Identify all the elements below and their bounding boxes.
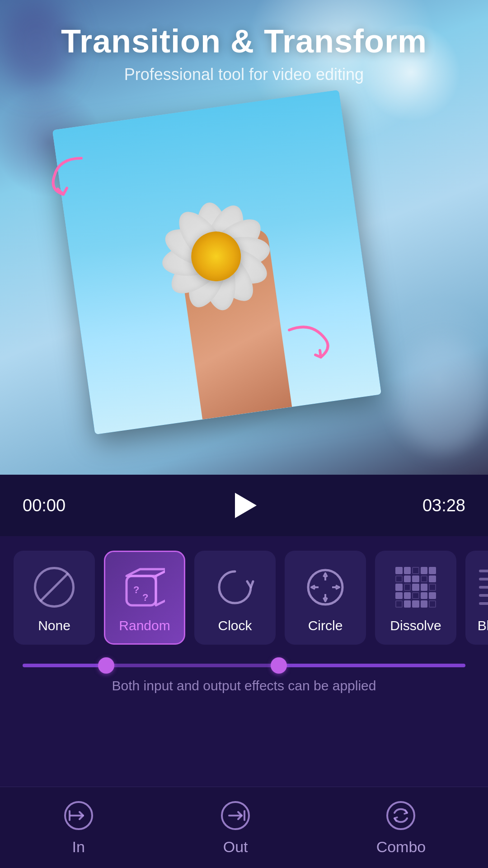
hero-section: Transition & Transform Professional tool… — [0, 0, 488, 475]
dissolve-icon — [393, 565, 438, 610]
combo-icon — [385, 799, 417, 832]
blindv-icon: ↓ — [474, 565, 488, 610]
effect-clock[interactable]: Clock — [194, 551, 276, 645]
clock-icon — [212, 565, 258, 610]
svg-text:?: ? — [133, 584, 139, 595]
slider-hint: Both input and output effects can be app… — [23, 678, 465, 693]
effect-clock-label: Clock — [218, 618, 252, 633]
dissolve-grid — [395, 567, 436, 608]
flower-image — [52, 90, 381, 434]
play-button[interactable] — [226, 487, 262, 524]
app-title: Transition & Transform — [0, 23, 488, 60]
blindv-lines: ↓ — [477, 567, 488, 608]
circle-icon — [303, 565, 348, 610]
effect-blindv[interactable]: ↓ BlindV — [465, 551, 488, 645]
nav-combo-label: Combo — [376, 838, 426, 856]
effects-carousel: None ? ? Random — [0, 536, 488, 659]
title-area: Transition & Transform Professional tool… — [0, 0, 488, 84]
slider-thumb-left[interactable] — [98, 657, 114, 674]
time-start: 00:00 — [23, 496, 66, 515]
in-icon — [62, 799, 95, 832]
effect-dissolve-label: Dissolve — [390, 618, 441, 633]
effect-dissolve[interactable]: Dissolve — [375, 551, 456, 645]
effect-none-label: None — [38, 618, 70, 633]
app-subtitle: Professional tool for video editing — [0, 65, 488, 84]
effect-circle[interactable]: Circle — [285, 551, 366, 645]
svg-rect-0 — [127, 576, 156, 605]
play-icon — [235, 493, 257, 518]
nav-in-label: In — [72, 838, 85, 856]
slider-track[interactable] — [23, 664, 465, 667]
effect-none[interactable]: None — [14, 551, 95, 645]
effect-circle-label: Circle — [308, 618, 343, 633]
controls-area: 00:00 03:28 None — [0, 475, 488, 868]
player-timebar: 00:00 03:28 — [0, 475, 488, 536]
random-icon: ? ? — [122, 565, 167, 610]
svg-point-12 — [387, 802, 414, 829]
nav-out[interactable]: Out — [219, 799, 252, 856]
arrow-annotation-left — [41, 149, 95, 203]
bottom-navigation: In Out — [0, 787, 488, 868]
sliders-area: Both input and output effects can be app… — [0, 659, 488, 703]
time-end: 03:28 — [422, 496, 465, 515]
effect-blindv-label: BlindV — [478, 618, 488, 633]
nav-in[interactable]: In — [62, 799, 95, 856]
slider-row — [23, 664, 465, 667]
effect-random[interactable]: ? ? Random — [104, 551, 185, 645]
none-icon — [32, 565, 77, 610]
video-preview-card — [52, 90, 381, 434]
arrow-annotation-right — [280, 312, 339, 362]
nav-out-label: Out — [223, 838, 248, 856]
out-icon — [219, 799, 252, 832]
effect-random-label: Random — [119, 618, 170, 633]
nav-combo[interactable]: Combo — [376, 799, 426, 856]
svg-text:?: ? — [142, 592, 148, 603]
slider-thumb-right[interactable] — [271, 657, 287, 674]
